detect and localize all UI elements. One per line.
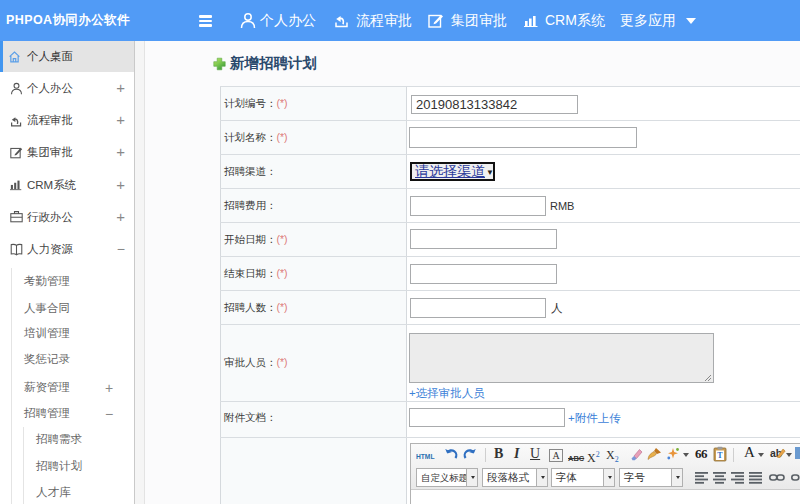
svg-text:T: T <box>717 451 723 460</box>
